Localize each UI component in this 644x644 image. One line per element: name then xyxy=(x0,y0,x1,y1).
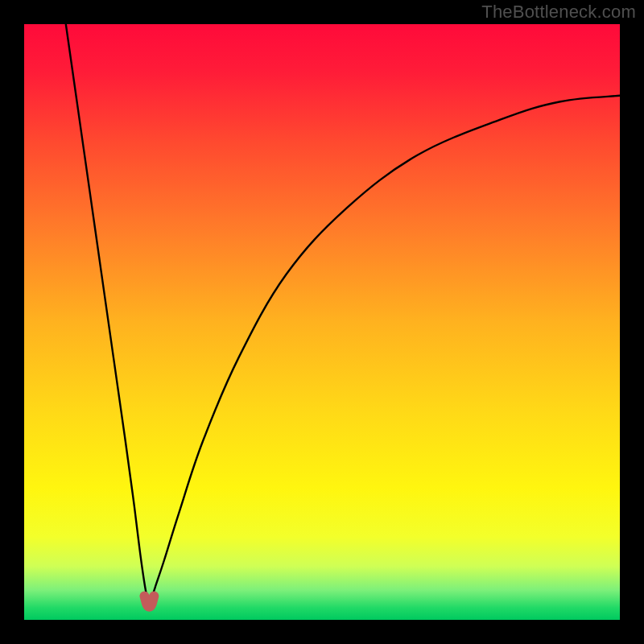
plot-svg xyxy=(24,24,620,620)
plot-background xyxy=(24,24,620,620)
notch-marker xyxy=(144,596,154,606)
plot-area xyxy=(24,24,620,620)
watermark-text: TheBottleneck.com xyxy=(481,2,636,23)
chart-frame: TheBottleneck.com xyxy=(0,0,644,644)
